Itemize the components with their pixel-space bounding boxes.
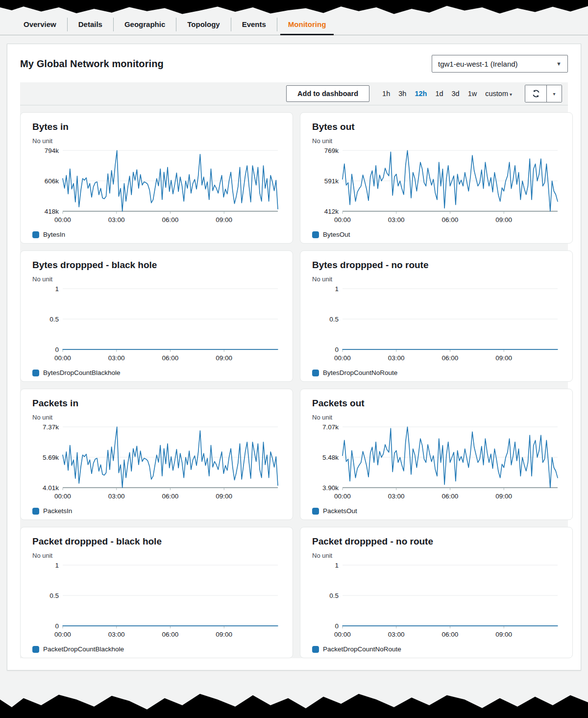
- chart-panel-packets_in: Packets inNo unit7.37k5.69k4.01k00:0003:…: [20, 389, 293, 520]
- y-tick-label: 4.01k: [43, 484, 59, 492]
- tab-label: Events: [242, 20, 266, 28]
- legend-bytes_in[interactable]: BytesIn: [32, 231, 281, 238]
- chart-unit-label: No unit: [312, 414, 561, 421]
- legend-packets_in[interactable]: PacketsIn: [32, 507, 281, 515]
- chart-panel-packets_out: Packets outNo unit7.07k5.48k3.90k00:0003…: [300, 389, 573, 520]
- legend-packet_drop_noroute[interactable]: PacketDropCountNoRoute: [312, 645, 561, 653]
- time-range-1d[interactable]: 1d: [435, 90, 443, 98]
- y-tick-label: 1: [335, 562, 339, 569]
- legend-label: BytesDropCountBlackhole: [43, 369, 121, 376]
- chart-bytes_drop_noroute[interactable]: 10.5000:0003:0006:0009:00: [312, 287, 561, 366]
- y-tick-label: 3.90k: [322, 484, 339, 492]
- legend-swatch: [32, 646, 39, 653]
- y-tick-label: 606k: [45, 177, 59, 185]
- x-tick-label: 03:00: [108, 631, 125, 638]
- x-tick-label: 09:00: [216, 354, 232, 362]
- legend-swatch: [312, 231, 319, 238]
- refresh-options-button[interactable]: ▾: [547, 85, 562, 102]
- tab-geographic[interactable]: Geographic: [114, 14, 176, 35]
- y-tick-label: 1: [55, 285, 59, 293]
- y-tick-label: 0.5: [49, 592, 59, 599]
- chart-packets_out[interactable]: 7.07k5.48k3.90k00:0003:0006:0009:00: [312, 425, 561, 504]
- chart-bytes_drop_blackhole[interactable]: 10.5000:0003:0006:0009:00: [32, 287, 281, 366]
- time-range-12h[interactable]: 12h: [415, 90, 427, 98]
- y-tick-label: 0.5: [49, 316, 59, 323]
- x-tick-label: 09:00: [216, 493, 232, 500]
- tab-label: Geographic: [124, 20, 165, 28]
- y-tick-label: 0: [335, 346, 339, 353]
- y-tick-label: 5.69k: [43, 454, 59, 461]
- legend-packet_drop_blackhole[interactable]: PacketDropCountBlackhole: [32, 645, 281, 653]
- y-tick-label: 1: [335, 285, 339, 293]
- chart-toolbar: Add to dashboard 1h3h12h1d3d1wcustom▾ ▾: [20, 82, 568, 105]
- chart-packet_drop_blackhole[interactable]: 10.5000:0003:0006:0009:00: [32, 563, 281, 643]
- time-range-1h[interactable]: 1h: [382, 90, 390, 98]
- y-tick-label: 0.5: [329, 316, 339, 323]
- time-range-3d[interactable]: 3d: [452, 90, 460, 98]
- chart-title: Packets out: [312, 398, 561, 409]
- x-tick-label: 00:00: [54, 216, 71, 223]
- x-tick-label: 09:00: [216, 216, 232, 223]
- chart-packet_drop_noroute[interactable]: 10.5000:0003:0006:0009:00: [312, 563, 561, 643]
- legend-swatch: [32, 231, 39, 238]
- tab-topology[interactable]: Topology: [176, 14, 230, 35]
- legend-bytes_drop_blackhole[interactable]: BytesDropCountBlackhole: [32, 369, 281, 376]
- tab-overview[interactable]: Overview: [13, 14, 67, 35]
- monitoring-card: My Global Network monitoring tgw1-eu-wes…: [7, 44, 581, 670]
- tab-events[interactable]: Events: [231, 14, 277, 35]
- refresh-button[interactable]: [525, 85, 547, 102]
- time-range-1w[interactable]: 1w: [468, 90, 477, 98]
- page-title: My Global Network monitoring: [20, 58, 164, 70]
- x-tick-label: 03:00: [388, 631, 405, 638]
- chart-unit-label: No unit: [32, 414, 281, 421]
- chart-unit-label: No unit: [312, 552, 561, 559]
- legend-label: BytesIn: [43, 231, 65, 238]
- add-to-dashboard-button[interactable]: Add to dashboard: [286, 85, 369, 102]
- legend-packets_out[interactable]: PacketsOut: [312, 507, 561, 515]
- chart-title: Packet droppped - black hole: [32, 536, 281, 547]
- y-tick-label: 412k: [324, 208, 339, 215]
- x-tick-label: 00:00: [54, 631, 71, 638]
- time-range-group: 1h3h12h1d3d1wcustom▾: [382, 90, 512, 98]
- tab-monitoring[interactable]: Monitoring: [277, 14, 337, 35]
- legend-label: PacketsOut: [323, 507, 357, 515]
- time-range-custom[interactable]: custom▾: [485, 90, 512, 98]
- refresh-split-button: ▾: [525, 85, 562, 102]
- chart-unit-label: No unit: [312, 137, 561, 145]
- y-tick-label: 5.48k: [322, 454, 339, 461]
- chart-panel-bytes_drop_blackhole: Bytes droppped - black holeNo unit10.500…: [20, 250, 293, 382]
- y-tick-label: 1: [55, 562, 59, 569]
- chart-panel-bytes_in: Bytes inNo unit794k606k418k00:0003:0006:…: [20, 112, 293, 244]
- y-tick-label: 418k: [45, 208, 59, 215]
- chart-packets_in[interactable]: 7.37k5.69k4.01k00:0003:0006:0009:00: [32, 425, 281, 504]
- chart-panel-packet_drop_noroute: Packet droppped - no routeNo unit10.5000…: [300, 527, 573, 658]
- x-tick-label: 03:00: [108, 354, 125, 362]
- chart-panel-bytes_drop_noroute: Bytes droppped - no routeNo unit10.5000:…: [300, 250, 573, 382]
- tabs: OverviewDetailsGeographicTopologyEventsM…: [13, 14, 575, 35]
- gateway-selector[interactable]: tgw1-eu-west-1 (Ireland) ▼: [432, 55, 568, 73]
- chart-unit-label: No unit: [32, 275, 281, 283]
- chart-bytes_in[interactable]: 794k606k418k00:0003:0006:0009:00: [32, 149, 281, 228]
- y-tick-label: 7.07k: [322, 423, 339, 431]
- monitoring-widget: Add to dashboard 1h3h12h1d3d1wcustom▾ ▾ …: [20, 82, 568, 658]
- x-tick-label: 09:00: [216, 631, 232, 638]
- legend-bytes_drop_noroute[interactable]: BytesDropCountNoRoute: [312, 369, 561, 376]
- time-range-3h[interactable]: 3h: [398, 90, 406, 98]
- legend-swatch: [32, 370, 39, 376]
- chart-panel-packet_drop_blackhole: Packet droppped - black holeNo unit10.50…: [20, 527, 293, 658]
- time-range-custom-label: custom: [485, 90, 508, 98]
- tab-label: Monitoring: [288, 20, 326, 28]
- tab-label: Topology: [187, 20, 220, 28]
- chart-unit-label: No unit: [312, 275, 561, 283]
- charts-grid: Bytes inNo unit794k606k418k00:0003:0006:…: [20, 105, 568, 658]
- tab-label: Overview: [24, 20, 56, 28]
- x-tick-label: 06:00: [442, 493, 459, 500]
- tab-details[interactable]: Details: [68, 14, 113, 35]
- legend-bytes_out[interactable]: BytesOut: [312, 231, 561, 238]
- chart-bytes_out[interactable]: 769k591k412k00:0003:0006:0009:00: [312, 149, 561, 228]
- chart-title: Bytes droppped - black hole: [32, 260, 281, 271]
- chart-title: Packet droppped - no route: [312, 536, 561, 547]
- x-tick-label: 09:00: [495, 216, 512, 223]
- legend-label: BytesDropCountNoRoute: [323, 369, 397, 376]
- x-tick-label: 09:00: [495, 354, 512, 362]
